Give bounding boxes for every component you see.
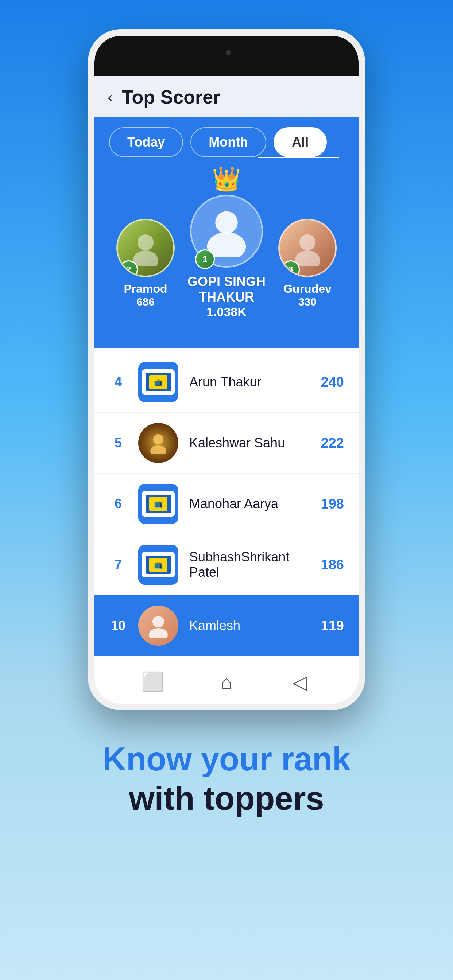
list-rank: 10 [109, 618, 127, 633]
app-content: ‹ Top Scorer Today Month All [94, 76, 359, 704]
rank1-name: GOPI SINGH THAKUR [186, 274, 267, 305]
list-name: Kaleshwar Sahu [189, 435, 310, 450]
rank2-score: 686 [136, 296, 155, 308]
list-score: 186 [321, 557, 344, 573]
tab-bar: Today Month All [94, 117, 359, 157]
tagline-line2: with toppers [102, 779, 351, 818]
tagline-line1: Know your rank [102, 740, 351, 779]
svg-point-1 [133, 250, 158, 266]
rank1-avatar: 1 [190, 195, 263, 267]
tab-month[interactable]: Month [190, 127, 266, 157]
rank1-container: 👑 1 GOPI SINGH THAKUR 1.038K [186, 165, 267, 319]
rank2-name: Pramod [124, 282, 167, 296]
list-name: SubhashShrikant Patel [189, 549, 310, 580]
nav-home-icon: ⌂ [221, 671, 232, 693]
list-item: 6 📺 Manohar Aarya 198 [94, 474, 359, 535]
bottom-tagline: Know your rank with toppers [73, 740, 380, 818]
tab-today[interactable]: Today [109, 127, 183, 157]
list-item-current-user: 10 Kamlesh 119 [94, 595, 359, 656]
phone-frame: ‹ Top Scorer Today Month All [88, 29, 365, 710]
notch-camera [226, 50, 231, 55]
list-name: Manohar Aarya [189, 496, 310, 512]
podium-section: 2 Pramod 686 👑 1 [94, 158, 359, 334]
nav-back-icon: ⬜ [141, 671, 165, 693]
list-name: Kamlesh [189, 618, 310, 633]
list-rank: 4 [109, 374, 127, 390]
notch-bar [94, 36, 359, 76]
list-score: 198 [321, 496, 344, 512]
list-name: Arun Thakur [189, 374, 310, 390]
rank-badge-1: 1 [195, 250, 215, 269]
bottom-nav: ⬜ ⌂ ◁ [94, 660, 359, 704]
svg-point-0 [137, 234, 153, 250]
nav-prev-icon: ◁ [292, 671, 307, 693]
svg-point-2 [215, 211, 238, 234]
list-item: 7 📺 SubhashShrikant Patel 186 [94, 535, 359, 595]
rank-badge-3: 3 [282, 260, 300, 277]
list-score: 222 [321, 435, 344, 451]
list-item: 4 📺 Arun Thakur 240 [94, 352, 359, 413]
svg-point-9 [149, 628, 168, 638]
tab-all[interactable]: All [274, 127, 327, 157]
svg-point-6 [153, 434, 163, 444]
svg-point-8 [152, 616, 164, 627]
list-avatar: 📺 [138, 545, 179, 585]
back-button[interactable]: ‹ [108, 88, 113, 106]
list-rank: 7 [109, 557, 127, 573]
list-avatar: 📺 [138, 362, 179, 402]
list-rank: 5 [109, 435, 127, 450]
rank2-container: 2 Pramod 686 [105, 219, 186, 308]
leaderboard-list: 4 📺 Arun Thakur 240 5 [94, 348, 359, 660]
rank-badge-2: 2 [120, 260, 138, 277]
rank2-avatar: 2 [116, 219, 175, 277]
rank3-avatar: 3 [278, 219, 337, 277]
list-item: 5 Kaleshwar Sahu 222 [94, 413, 359, 474]
list-avatar [138, 606, 179, 646]
list-avatar: 📺 [138, 484, 179, 524]
svg-point-3 [207, 232, 246, 257]
rank3-score: 330 [298, 296, 317, 308]
list-score: 240 [321, 374, 344, 390]
page-title: Top Scorer [122, 86, 221, 108]
svg-point-5 [295, 250, 320, 266]
crown-icon: 👑 [212, 165, 241, 193]
list-score: 119 [321, 618, 344, 634]
rank3-name: Gurudev [283, 282, 332, 296]
phone-inner: ‹ Top Scorer Today Month All [94, 36, 359, 704]
list-rank: 6 [109, 496, 127, 512]
svg-point-4 [300, 234, 316, 250]
svg-point-7 [150, 445, 166, 454]
rank1-score: 1.038K [206, 305, 247, 319]
nav-back-button[interactable]: ⬜ [139, 668, 168, 697]
notch [168, 42, 285, 62]
nav-home-button[interactable]: ⌂ [212, 668, 241, 697]
nav-prev-button[interactable]: ◁ [285, 668, 314, 697]
list-avatar [138, 423, 179, 463]
header: ‹ Top Scorer [94, 76, 359, 117]
rank3-container: 3 Gurudev 330 [267, 219, 348, 308]
